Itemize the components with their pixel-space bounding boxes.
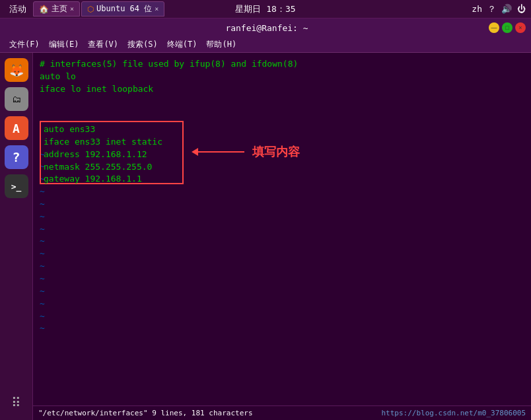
terminal-line-2: auto lo	[40, 71, 524, 83]
system-bar-right: zh ？ 🔊 ⏻	[472, 3, 526, 15]
tab-ubuntu-label: Ubuntu 64 位	[96, 3, 152, 15]
fill-label: 填写内容	[252, 144, 300, 160]
tilde-line-5: ~	[40, 198, 524, 211]
terminal-line-3: iface lo inet loopback	[40, 83, 524, 96]
window-title: ranfei@Ranfei: ~	[45, 23, 489, 33]
tab-ubuntu-icon: ⬡	[87, 5, 94, 14]
menu-bar: 文件(F) 编辑(E) 查看(V) 搜索(S) 终端(T) 帮助(H)	[0, 37, 531, 53]
system-bar: 活动 🏠 主页 × ⬡ Ubuntu 64 位 × 星期日 18：35 zh ？…	[0, 0, 531, 18]
tilde-line-13: ~	[40, 298, 524, 310]
window-controls: — □ ×	[489, 22, 526, 33]
tilde-line-14: ~	[40, 310, 524, 323]
lang-indicator[interactable]: zh	[472, 4, 482, 14]
tab-home-icon: 🏠	[39, 5, 49, 14]
tilde-line-15: ~	[40, 322, 524, 335]
title-bar: ranfei@Ranfei: ~ — □ ×	[0, 18, 531, 37]
tilde-line-8: ~	[40, 235, 524, 248]
volume-icon[interactable]: 🔊	[501, 4, 512, 14]
tilde-line-4: ~	[40, 186, 524, 198]
tab-home-label: 主页	[52, 3, 67, 15]
question-icon[interactable]: ？	[487, 3, 496, 15]
activities-button[interactable]: 活动	[5, 2, 30, 17]
menu-search[interactable]: 搜索(S)	[124, 38, 162, 52]
tilde-line-11: ~	[40, 273, 524, 285]
menu-help[interactable]: 帮助(H)	[202, 38, 240, 52]
tilde-line-7: ~	[40, 223, 524, 236]
tilde-line-12: ~	[40, 285, 524, 298]
power-icon[interactable]: ⏻	[517, 4, 526, 14]
minimize-button[interactable]: —	[489, 22, 499, 33]
tab-ubuntu[interactable]: ⬡ Ubuntu 64 位 ×	[81, 1, 164, 17]
system-bar-left: 活动 🏠 主页 × ⬡ Ubuntu 64 位 ×	[5, 1, 164, 17]
arrow-container: 填写内容	[192, 144, 300, 160]
menu-terminal[interactable]: 终端(T)	[163, 38, 201, 52]
arrow-line	[198, 151, 244, 153]
sidebar-icon-terminal[interactable]: >_	[5, 174, 28, 198]
system-datetime: 星期日 18：35	[235, 3, 295, 15]
tilde-line-3: ~	[40, 173, 524, 186]
menu-file[interactable]: 文件(F)	[5, 38, 44, 52]
menu-view[interactable]: 查看(V)	[84, 38, 122, 52]
status-bar: "/etc/network/interfaces" 9 lines, 181 c…	[33, 405, 531, 420]
tilde-line-9: ~	[40, 248, 524, 260]
sidebar-icon-firefox[interactable]: 🦊	[5, 58, 28, 82]
sidebar-icon-help[interactable]: ?	[5, 145, 28, 169]
status-left: "/etc/network/interfaces" 9 lines, 181 c…	[38, 409, 253, 417]
terminal-area[interactable]: # interfaces(5) file used by ifup(8) and…	[33, 53, 531, 420]
close-button[interactable]: ×	[515, 22, 526, 33]
status-right: https://blog.csdn.net/m0_37806005	[381, 409, 526, 417]
tilde-line-6: ~	[40, 211, 524, 223]
arrow-head	[192, 148, 198, 156]
tab-home[interactable]: 🏠 主页 ×	[33, 1, 80, 17]
tilde-line-10: ~	[40, 260, 524, 273]
sidebar-icon-files[interactable]: 🗂	[5, 87, 28, 111]
tab-home-close[interactable]: ×	[70, 5, 74, 13]
terminal-line-1: # interfaces(5) file used by ifup(8) and…	[40, 58, 524, 71]
sidebar-icon-software[interactable]: A	[5, 116, 28, 140]
tab-bar: 🏠 主页 × ⬡ Ubuntu 64 位 ×	[33, 1, 164, 17]
maximize-button[interactable]: □	[502, 22, 513, 33]
sidebar: 🦊 🗂 A ? >_ ⠿	[0, 53, 33, 420]
tilde-line-2: ~	[40, 160, 524, 173]
menu-edit[interactable]: 编辑(E)	[45, 38, 83, 52]
tab-ubuntu-close[interactable]: ×	[155, 5, 159, 13]
sidebar-icon-apps[interactable]: ⠿	[5, 391, 28, 415]
